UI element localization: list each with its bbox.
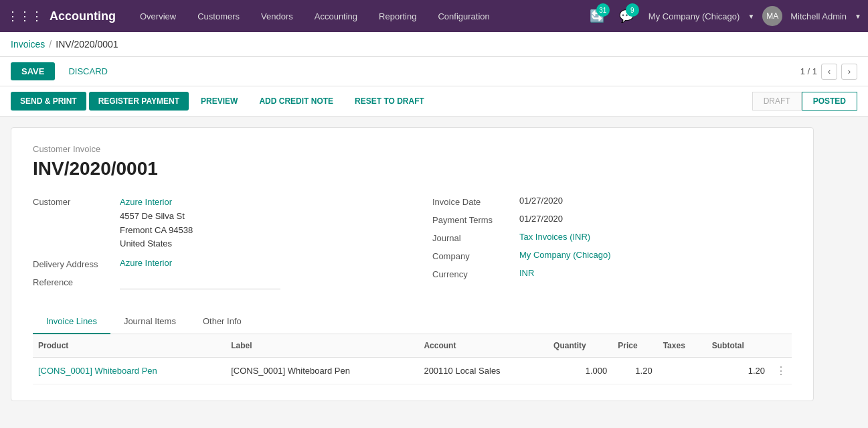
company-value: My Company (Chicago) (519, 250, 611, 260)
form-left: Customer Azure Interior 4557 De Silva St… (33, 196, 392, 296)
nav-item-accounting[interactable]: Accounting (311, 9, 361, 24)
pagination: 1 / 1 ‹ › (800, 64, 857, 80)
nav-menu: OverviewCustomersVendorsAccountingReport… (136, 9, 590, 24)
delivery-address-label: Delivery Address (33, 258, 120, 269)
reference-field: Reference (33, 276, 392, 289)
col-subtotal: Subtotal (707, 334, 770, 358)
journal-link[interactable]: Tax Invoices (INR) (519, 232, 590, 242)
table-header-row: Product Label Account Quantity Price Tax… (33, 334, 792, 358)
company-link[interactable]: My Company (Chicago) (519, 250, 611, 260)
cell-label: [CONS_0001] Whiteboard Pen (226, 358, 418, 384)
pagination-text: 1 / 1 (800, 66, 817, 76)
notification-count: 31 (596, 3, 610, 17)
status-posted: POSTED (802, 92, 857, 111)
cell-kebab[interactable]: ⋮ (770, 358, 792, 384)
payment-terms-value[interactable]: 01/27/2020 (519, 214, 563, 224)
breadcrumb-current: INV/2020/0001 (56, 39, 118, 50)
currency-label: Currency (432, 268, 519, 279)
breadcrumb-parent[interactable]: Invoices (11, 39, 45, 50)
status-bar: DRAFT POSTED (752, 92, 857, 111)
invoice-number: INV/2020/0001 (33, 158, 792, 180)
journal-value: Tax Invoices (INR) (519, 232, 590, 242)
currency-value: INR (519, 268, 534, 278)
customer-field: Customer Azure Interior 4557 De Silva St… (33, 196, 392, 251)
reference-label: Reference (33, 276, 120, 287)
invoice-card: Customer Invoice INV/2020/0001 Customer … (11, 127, 814, 401)
delivery-address-field: Delivery Address Azure Interior (33, 258, 392, 269)
table-row: [CONS_0001] Whiteboard Pen [CONS_0001] W… (33, 358, 792, 384)
nav-item-reporting[interactable]: Reporting (375, 9, 420, 24)
company-label: Company (432, 250, 519, 261)
action-bar: SAVE DISCARD 1 / 1 ‹ › (0, 57, 868, 86)
nav-item-customers[interactable]: Customers (193, 9, 244, 24)
customer-name-link[interactable]: Azure Interior (120, 197, 172, 207)
cell-product[interactable]: [CONS_0001] Whiteboard Pen (33, 358, 226, 384)
currency-field: Currency INR (432, 268, 792, 279)
delivery-address-link[interactable]: Azure Interior (120, 258, 172, 268)
col-taxes: Taxes (658, 334, 707, 358)
col-actions (770, 334, 792, 358)
col-product: Product (33, 334, 226, 358)
payment-terms-label: Payment Terms (432, 214, 519, 225)
save-button[interactable]: SAVE (11, 62, 55, 80)
nav-right: 🔄 31 💬 9 My Company (Chicago) ▼ MA Mitch… (590, 6, 861, 26)
nav-item-configuration[interactable]: Configuration (434, 9, 493, 24)
grid-icon[interactable]: ⋮⋮⋮ (7, 9, 43, 23)
user-dropdown-icon[interactable]: ▼ (855, 13, 861, 20)
nav-item-vendors[interactable]: Vendors (257, 9, 297, 24)
invoice-date-value[interactable]: 01/27/2020 (519, 196, 563, 206)
journal-field: Journal Tax Invoices (INR) (432, 232, 792, 243)
status-draft: DRAFT (752, 92, 802, 111)
company-field: Company My Company (Chicago) (432, 250, 792, 261)
cell-quantity: 1.000 (548, 358, 612, 384)
currency-link[interactable]: INR (519, 268, 534, 278)
user-menu[interactable]: Mitchell Admin (790, 11, 847, 21)
add-credit-note-button[interactable]: ADD CREDIT NOTE (250, 92, 343, 111)
message-badge[interactable]: 💬 9 (619, 9, 634, 23)
customer-address-1: 4557 De Silva St (120, 211, 185, 221)
col-price: Price (612, 334, 657, 358)
breadcrumb: Invoices / INV/2020/0001 (0, 32, 868, 57)
message-count: 9 (626, 3, 639, 17)
invoice-table: Product Label Account Quantity Price Tax… (33, 334, 792, 384)
reset-to-draft-button[interactable]: RESET TO DRAFT (345, 92, 434, 111)
journal-label: Journal (432, 232, 519, 243)
invoice-fields: Customer Azure Interior 4557 De Silva St… (33, 196, 792, 296)
toolbar: SEND & PRINT REGISTER PAYMENT PREVIEW AD… (0, 86, 868, 117)
customer-address-2: Fremont CA 94538 (120, 225, 193, 235)
reference-input[interactable] (120, 276, 280, 289)
prev-button[interactable]: ‹ (821, 64, 837, 80)
nav-item-overview[interactable]: Overview (136, 9, 180, 24)
register-payment-button[interactable]: REGISTER PAYMENT (89, 92, 189, 111)
invoice-type-label: Customer Invoice (33, 144, 792, 154)
customer-label: Customer (33, 196, 120, 207)
cell-price: 1.20 (612, 358, 657, 384)
col-quantity: Quantity (548, 334, 612, 358)
col-account: Account (418, 334, 548, 358)
tab-invoice-lines[interactable]: Invoice Lines (33, 309, 110, 334)
breadcrumb-separator: / (49, 39, 52, 50)
customer-value: Azure Interior 4557 De Silva St Fremont … (120, 196, 193, 251)
invoice-date-label: Invoice Date (432, 196, 519, 207)
send-print-button[interactable]: SEND & PRINT (11, 92, 86, 111)
customer-address-3: United States (120, 238, 172, 248)
avatar: MA (762, 6, 782, 26)
tab-other-info[interactable]: Other Info (189, 309, 255, 334)
notification-badge[interactable]: 🔄 31 (590, 9, 604, 23)
brand-logo: Accounting (50, 9, 116, 23)
top-navigation: ⋮⋮⋮ Accounting OverviewCustomersVendorsA… (0, 0, 868, 32)
delivery-address-value: Azure Interior (120, 258, 172, 268)
discard-button[interactable]: DISCARD (60, 62, 116, 80)
tab-journal-items[interactable]: Journal Items (110, 309, 189, 334)
tabs-container: Invoice Lines Journal Items Other Info (33, 309, 792, 334)
cell-subtotal: 1.20 (707, 358, 770, 384)
main-content: Customer Invoice INV/2020/0001 Customer … (0, 117, 868, 412)
next-button[interactable]: › (841, 64, 857, 80)
payment-terms-field: Payment Terms 01/27/2020 (432, 214, 792, 225)
company-dropdown-icon[interactable]: ▼ (748, 13, 754, 20)
form-right: Invoice Date 01/27/2020 Payment Terms 01… (432, 196, 792, 296)
col-label: Label (226, 334, 418, 358)
preview-button[interactable]: PREVIEW (191, 92, 247, 111)
company-selector[interactable]: My Company (Chicago) (648, 11, 740, 21)
cell-taxes (658, 358, 707, 384)
